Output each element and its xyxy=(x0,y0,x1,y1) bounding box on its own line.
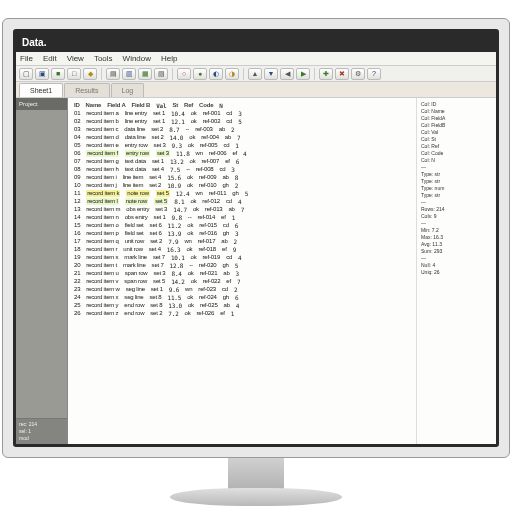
cell: 14 xyxy=(74,214,80,221)
table-row[interactable]: 21record item uspan rowset 38.4okref-021… xyxy=(74,270,410,277)
cell: 15.6 xyxy=(167,174,181,181)
toolbar-button[interactable]: ◑ xyxy=(225,68,239,80)
table-row[interactable]: 05record item eentry rowset 39.3okref-00… xyxy=(74,142,410,149)
cell: record item o xyxy=(86,222,118,229)
table-row[interactable]: 11record item knote rowset 512.4wnref-01… xyxy=(74,190,410,197)
cell: ok xyxy=(186,246,192,253)
toolbar-button[interactable]: ▢ xyxy=(19,68,33,80)
cell: record item n xyxy=(86,214,118,221)
cell: ref-024 xyxy=(199,294,217,301)
toolbar-button[interactable]: ◀ xyxy=(280,68,294,80)
cell: end row xyxy=(124,310,144,317)
table-row[interactable]: 07record item gtext dataset 113.2okref-0… xyxy=(74,158,410,165)
cell: 11.2 xyxy=(168,222,182,229)
menu-tools[interactable]: Tools xyxy=(94,54,113,63)
tab-results[interactable]: Results xyxy=(64,83,109,97)
cell: set 3 xyxy=(156,150,170,157)
cell: wn xyxy=(184,238,191,245)
cell: 4 xyxy=(243,150,246,157)
main-data-grid[interactable]: IDNameField AField BValStRefCodeN01recor… xyxy=(68,98,416,444)
toolbar-button[interactable]: ▼ xyxy=(264,68,278,80)
table-row[interactable]: 10record item jline itemset 210.9okref-0… xyxy=(74,182,410,189)
toolbar-button[interactable]: ▤ xyxy=(106,68,120,80)
toolbar-separator xyxy=(172,68,173,80)
toolbar-button[interactable]: ▥ xyxy=(122,68,136,80)
property-line: Col: FieldA xyxy=(421,115,492,121)
table-row[interactable]: 23record item wseg lineset 19.6wnref-023… xyxy=(74,286,410,293)
toolbar-button[interactable]: ○ xyxy=(177,68,191,80)
toolbar-button[interactable]: ▶ xyxy=(296,68,310,80)
toolbar-button[interactable]: ? xyxy=(367,68,381,80)
toolbar-button[interactable]: ✚ xyxy=(319,68,333,80)
cell: 7.2 xyxy=(168,310,178,317)
menu-help[interactable]: Help xyxy=(161,54,177,63)
property-line: Col: N xyxy=(421,157,492,163)
cell: ok xyxy=(187,174,193,181)
table-row[interactable]: 20record item tmark lineset 712.8--ref-0… xyxy=(74,262,410,269)
tab-sheet1[interactable]: Sheet1 xyxy=(19,83,63,97)
property-line: Avg: 11.3 xyxy=(421,241,492,247)
toolbar-button[interactable]: ● xyxy=(193,68,207,80)
toolbar-button[interactable]: ◐ xyxy=(209,68,223,80)
table-row[interactable]: 22record item vspan rowset 514.2okref-02… xyxy=(74,278,410,285)
cell: ref-002 xyxy=(203,118,221,125)
sidebar-body[interactable] xyxy=(16,110,67,418)
cell: 13.2 xyxy=(170,158,184,165)
table-row[interactable]: 14record item nobs entryset 19.8--ref-01… xyxy=(74,214,410,221)
table-row[interactable]: 06record item fentry rowset 311.8wnref-0… xyxy=(74,150,410,157)
toolbar-button[interactable]: ⚙ xyxy=(351,68,365,80)
table-row[interactable]: 19record item smark lineset 710.1okref-0… xyxy=(74,254,410,261)
menu-edit[interactable]: Edit xyxy=(43,54,57,63)
cell: ok xyxy=(190,198,196,205)
cell: set 4 xyxy=(149,174,161,181)
cell: ok xyxy=(187,294,193,301)
toolbar-button[interactable]: ▧ xyxy=(154,68,168,80)
menu-view[interactable]: View xyxy=(67,54,84,63)
cell: ref-003 xyxy=(195,126,213,133)
cell: record item d xyxy=(86,134,118,141)
cell: gh xyxy=(232,190,238,197)
table-row[interactable]: 02record item bline entryset 112.1okref-… xyxy=(74,118,410,125)
table-row[interactable]: 16record item pfield setset 613.9okref-0… xyxy=(74,230,410,237)
tab-log[interactable]: Log xyxy=(111,83,145,97)
table-row[interactable]: 25record item yend rowset 813.0okref-025… xyxy=(74,302,410,309)
cell: data line xyxy=(124,126,145,133)
table-row[interactable]: 08record item htext dataset 47.5--ref-00… xyxy=(74,166,410,173)
cell: 19 xyxy=(74,254,80,261)
cell: field set xyxy=(125,222,144,229)
cell: cd xyxy=(226,118,232,125)
table-row[interactable]: 17record item qunit rowset 27.9wnref-017… xyxy=(74,238,410,245)
cell: 26 xyxy=(74,310,80,317)
cell: ef xyxy=(232,150,237,157)
menu-window[interactable]: Window xyxy=(123,54,151,63)
toolbar-button[interactable]: □ xyxy=(67,68,81,80)
toolbar-button[interactable]: ◆ xyxy=(83,68,97,80)
table-row[interactable]: 13record item mobs entryset 314.7okref-0… xyxy=(74,206,410,213)
table-row[interactable]: 09record item iline itemset 415.6okref-0… xyxy=(74,174,410,181)
menu-file[interactable]: File xyxy=(20,54,33,63)
cell: entry row xyxy=(125,142,148,149)
toolbar-button[interactable]: ▣ xyxy=(35,68,49,80)
cell: ok xyxy=(189,134,195,141)
cell: 17 xyxy=(74,238,80,245)
table-row[interactable]: 03record item cdata lineset 28.7--ref-00… xyxy=(74,126,410,133)
toolbar-button[interactable]: ▦ xyxy=(138,68,152,80)
column-header: Ref xyxy=(184,102,193,109)
toolbar-button[interactable]: ✖ xyxy=(335,68,349,80)
table-row[interactable]: 12record item lnote rowset 58.1okref-012… xyxy=(74,198,410,205)
table-row[interactable]: 04record item ddata lineset 214.0okref-0… xyxy=(74,134,410,141)
cell: 1 xyxy=(232,214,235,221)
cell: 2 xyxy=(231,126,234,133)
table-row[interactable]: 01record item aline entryset 110.4okref-… xyxy=(74,110,410,117)
property-line: Col: St xyxy=(421,136,492,142)
table-row[interactable]: 26record item zend rowset 27.2okref-026e… xyxy=(74,310,410,317)
toolbar-button[interactable]: ■ xyxy=(51,68,65,80)
table-row[interactable]: 24record item xseg lineset 811.5okref-02… xyxy=(74,294,410,301)
cell: ok xyxy=(193,206,199,213)
cell: record item q xyxy=(86,238,118,245)
toolbar-button[interactable]: ▲ xyxy=(248,68,262,80)
cell: 11 xyxy=(74,190,80,197)
table-row[interactable]: 15record item ofield setset 611.2okref-0… xyxy=(74,222,410,229)
property-line: Col: FieldB xyxy=(421,122,492,128)
table-row[interactable]: 18record item runit rowset 416.3okref-01… xyxy=(74,246,410,253)
